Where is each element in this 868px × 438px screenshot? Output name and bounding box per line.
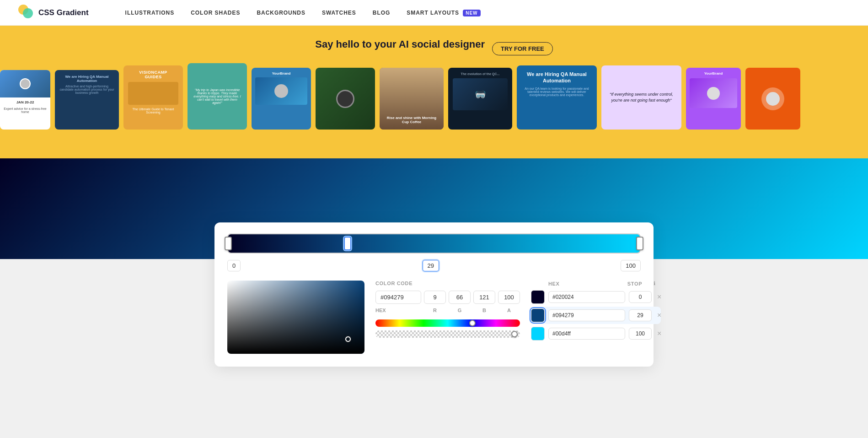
a-label: A: [498, 308, 520, 313]
alpha-thumb: [511, 331, 518, 337]
gradient-bar[interactable]: [227, 233, 641, 254]
nav-link-color-shades[interactable]: COLOR SHADES: [191, 10, 240, 16]
hue-slider[interactable]: [375, 319, 520, 327]
hex-col-label: HEX: [548, 281, 620, 287]
cards-strip: JAN 20-22 Expert advice for a stress-fre…: [0, 63, 868, 130]
tool-area: 0 29 100 COLOR CODE: [0, 259, 868, 385]
stop-handle-29[interactable]: [344, 237, 351, 250]
list-item: JAN 20-22 Expert advice for a stress-fre…: [0, 70, 50, 130]
list-item: "If everything seems under control, you'…: [601, 65, 681, 130]
stops-section: HEX STOP ℹ × ×: [531, 281, 659, 354]
color-column-labels: HEX R G B A: [375, 308, 520, 313]
stop-delete-29[interactable]: ×: [657, 311, 661, 319]
stop-swatch-0[interactable]: [531, 290, 545, 304]
gradient-bar-wrap: [227, 233, 641, 254]
stop-hex-100[interactable]: [548, 328, 625, 340]
bottom-section: COLOR CODE HEX R G B A: [227, 281, 641, 354]
g-input[interactable]: [449, 291, 471, 304]
stop-val-29[interactable]: [629, 309, 652, 321]
stop-swatch-29[interactable]: [531, 308, 545, 322]
nav-link-blog[interactable]: BLOG: [373, 10, 391, 16]
list-item: We are Hiring QA Manual Automation An ou…: [517, 65, 597, 130]
nav-link-swatches[interactable]: SWATCHES: [322, 10, 356, 16]
r-input[interactable]: [424, 291, 446, 304]
color-picker-canvas[interactable]: [227, 281, 364, 354]
color-code-section: COLOR CODE HEX R G B A: [375, 281, 520, 354]
stop-delete-0[interactable]: ×: [657, 293, 661, 301]
stop-hex-0[interactable]: [548, 291, 625, 303]
list-item: YourBrand: [686, 68, 741, 130]
picker-card: 0 29 100 COLOR CODE: [214, 222, 654, 367]
g-label: G: [449, 308, 471, 313]
list-item: We are Hiring QA Manual Automation Attra…: [55, 70, 119, 130]
hex-input[interactable]: [375, 291, 421, 304]
hero-section: Say hello to your AI social designer TRY…: [0, 26, 868, 158]
hex-label: HEX: [375, 308, 421, 313]
list-item: VISIONCAMPGUIDES The Ultimate Guide to T…: [123, 65, 183, 130]
range-labels: 0 29 100: [227, 260, 641, 271]
range-label-mid[interactable]: 29: [423, 260, 439, 271]
list-item: YourBrand: [252, 68, 311, 130]
list-item: The evolution of the QC... 🥽: [448, 68, 512, 130]
list-item: Rise and shine with Morning Cup Coffee: [380, 68, 444, 130]
nav-link-illustrations[interactable]: ILLUSTRATIONS: [125, 10, 175, 16]
r-label: R: [424, 308, 446, 313]
circle-green: [23, 8, 33, 18]
try-for-free-button[interactable]: TRY FOR FREE: [492, 42, 553, 55]
b-label: B: [473, 308, 495, 313]
logo-text: CSS Gradient: [38, 8, 89, 17]
stop-val-0[interactable]: [629, 291, 652, 303]
a-input[interactable]: [498, 291, 520, 304]
color-code-label: COLOR CODE: [375, 281, 520, 286]
alpha-slider[interactable]: [375, 330, 520, 338]
list-item: "My trip to Japan was incredible thanks …: [188, 63, 247, 130]
hue-slider-wrap: [375, 319, 520, 327]
range-label-min: 0: [227, 260, 241, 271]
alpha-slider-wrap: [375, 330, 520, 338]
stop-row: ×: [529, 307, 661, 324]
hue-thumb: [469, 320, 476, 326]
color-picker-cursor: [345, 336, 351, 342]
stop-swatch-100[interactable]: [531, 327, 545, 341]
stop-val-100[interactable]: [629, 328, 652, 340]
range-label-max: 100: [621, 260, 641, 271]
logo[interactable]: CSS Gradient: [18, 5, 89, 21]
list-item: [745, 68, 800, 130]
list-item: [316, 68, 375, 130]
stop-handle-100[interactable]: [636, 237, 643, 250]
logo-icon: [18, 5, 35, 21]
info-icon: ℹ: [650, 281, 659, 287]
stop-handle-0[interactable]: [225, 237, 232, 250]
stop-delete-100[interactable]: ×: [657, 330, 661, 338]
nav-links: ILLUSTRATIONS COLOR SHADES BACKGROUNDS S…: [125, 10, 850, 16]
navbar: CSS Gradient ILLUSTRATIONS COLOR SHADES …: [0, 0, 868, 26]
stop-row: ×: [531, 327, 659, 341]
stop-row: ×: [531, 290, 659, 304]
color-inputs-row: [375, 291, 520, 304]
nav-link-backgrounds[interactable]: BACKGROUNDS: [257, 10, 305, 16]
hero-title: Say hello to your AI social designer: [315, 38, 485, 50]
nav-link-smart-layouts[interactable]: SMART LAYOUTS NEW: [407, 10, 480, 16]
hero-title-row: Say hello to your AI social designer TRY…: [0, 38, 868, 59]
stops-column-headers: HEX STOP ℹ: [531, 281, 659, 287]
stop-hex-29[interactable]: [548, 309, 625, 321]
stop-col-label: STOP: [623, 281, 646, 287]
new-badge: NEW: [463, 10, 480, 16]
b-input[interactable]: [473, 291, 495, 304]
